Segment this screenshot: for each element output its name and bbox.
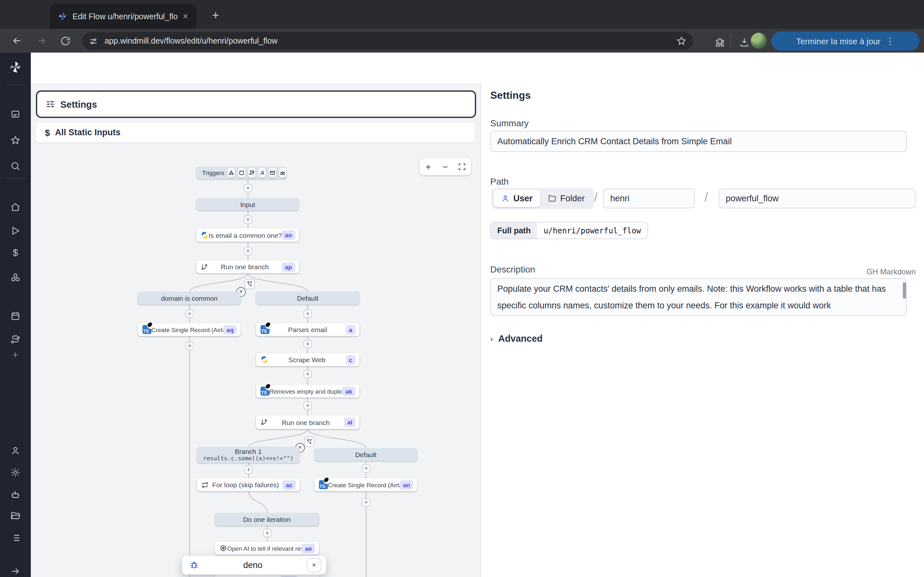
email-trigger-icon[interactable]	[269, 168, 276, 177]
node-run-one-branch-2[interactable]: Run one branch al	[256, 416, 359, 429]
step-id-badge: aq	[223, 325, 237, 334]
node-is-email-common[interactable]: Is email a common one? ao	[196, 228, 299, 242]
resources-cubes-icon[interactable]	[10, 272, 21, 283]
favorites-star-icon[interactable]	[10, 135, 21, 145]
add-step-icon[interactable]: +	[186, 309, 194, 318]
description-textarea[interactable]: Populate your CRM contacts' details from…	[490, 278, 907, 316]
zoom-in-icon[interactable]: +	[420, 158, 437, 175]
update-button-label: Terminer la mise à jour	[796, 36, 881, 46]
sidebar-divider	[5, 178, 26, 179]
workspace-kiosk-icon[interactable]	[10, 109, 21, 119]
do-one-iteration-node[interactable]: Do one iteration	[215, 513, 319, 526]
address-bar[interactable]: app.windmill.dev/flows/edit/u/henri/powe…	[82, 32, 693, 50]
forward-icon[interactable]	[32, 32, 50, 50]
profile-avatar[interactable]	[751, 33, 767, 49]
node-run-one-branch-1[interactable]: Run one branch ap	[196, 260, 299, 273]
add-step-icon[interactable]: +	[362, 464, 370, 472]
add-step-icon[interactable]: +	[263, 529, 271, 537]
add-step-icon[interactable]: +	[244, 215, 252, 224]
branch-default-2[interactable]: Default	[314, 448, 417, 461]
add-branch-icon[interactable]	[244, 279, 255, 289]
branch-domain-is-common[interactable]: domain is common	[138, 292, 241, 305]
node-open-ai-relevant[interactable]: Open AI to tell if relevant result ae	[215, 542, 319, 554]
zoom-out-icon[interactable]: −	[437, 158, 454, 175]
search-icon[interactable]	[10, 161, 21, 171]
triggers-label: Triggers	[202, 169, 224, 176]
add-step-icon[interactable]: +	[186, 342, 194, 350]
step-id-badge: an	[400, 480, 413, 490]
logs-list-icon[interactable]	[10, 533, 21, 543]
routes-icon[interactable]	[10, 335, 21, 345]
all-static-inputs-card[interactable]: $ All Static Inputs	[36, 122, 475, 142]
webhook-trigger-icon[interactable]	[228, 168, 234, 177]
path-owner-input[interactable]	[603, 189, 695, 208]
path-section-label: Path	[490, 176, 509, 187]
schedules-calendar-icon[interactable]	[10, 311, 21, 321]
websocket-trigger-icon[interactable]	[258, 168, 265, 177]
browser-menu-icon[interactable]: ⋮	[886, 36, 895, 46]
input-node[interactable]: Input	[196, 198, 299, 210]
close-popup-icon[interactable]: ×	[307, 558, 321, 572]
full-path-value: u/henri/powerful_flow	[537, 222, 647, 239]
poll-trigger-icon[interactable]	[279, 168, 286, 177]
branch-default-1[interactable]: Default	[256, 292, 359, 305]
app-sidebar: $ +	[0, 53, 31, 577]
windmill-logo[interactable]	[8, 60, 23, 74]
route-trigger-icon[interactable]	[248, 168, 255, 177]
node-removes-empty-duplicates[interactable]: TS Removes empty and duplicates ak	[256, 385, 359, 398]
sidebar-divider	[5, 85, 26, 85]
settings-gear-icon[interactable]	[10, 467, 21, 478]
home-icon[interactable]	[10, 202, 21, 212]
user-icon[interactable]	[10, 446, 21, 456]
reload-icon[interactable]	[57, 32, 74, 50]
node-parses-email[interactable]: TS Parses email a	[256, 323, 359, 336]
browser-tab-strip: Edit Flow u/henri/powerful_flo × +	[0, 0, 924, 29]
bookmark-star-icon[interactable]	[676, 36, 687, 46]
add-step-icon[interactable]: +	[304, 309, 312, 318]
node-for-loop[interactable]: For loop (skip failures) ac	[197, 478, 300, 491]
typescript-deno-icon: TS	[142, 325, 152, 334]
node-create-single-record-1[interactable]: TS Create Single Record (Airtable) aq	[138, 323, 241, 336]
description-label: Description	[490, 264, 535, 274]
summary-input[interactable]	[490, 131, 907, 152]
node-create-single-record-2[interactable]: TS Create Single Record (Airtable) an	[314, 478, 417, 491]
deno-debug-popup[interactable]: deno ×	[182, 556, 326, 574]
add-step-icon[interactable]: +	[304, 370, 312, 378]
add-branch-icon[interactable]	[304, 437, 314, 447]
owner-kind-toggle: User Folder	[491, 188, 594, 209]
settings-tab-card[interactable]: Settings	[36, 90, 476, 118]
add-step-icon[interactable]: +	[244, 184, 252, 192]
add-step-icon[interactable]: +	[304, 340, 312, 348]
schedule-trigger-icon[interactable]	[238, 168, 245, 177]
fullscreen-icon[interactable]	[454, 158, 471, 175]
toggle-user[interactable]: User	[493, 190, 540, 207]
expand-sidebar-icon[interactable]	[10, 566, 21, 576]
advanced-label: Advanced	[498, 334, 543, 343]
branch-1-node[interactable]: Branch 1 results.c.some((x)=>x!="")	[197, 447, 300, 463]
url-text[interactable]: app.windmill.dev/flows/edit/u/henri/powe…	[105, 37, 676, 45]
add-step-icon[interactable]: +	[362, 498, 370, 506]
openai-logo-icon	[220, 544, 227, 552]
node-scrape-web[interactable]: Scrape Web c	[256, 353, 359, 366]
browser-update-button[interactable]: Terminer la mise à jour ⋮	[771, 31, 919, 51]
browser-tab[interactable]: Edit Flow u/henri/powerful_flo ×	[50, 4, 196, 29]
add-step-icon[interactable]: +	[244, 247, 252, 255]
triggers-node[interactable]: Triggers	[196, 167, 286, 179]
add-step-icon[interactable]: +	[304, 401, 312, 410]
workers-robot-icon[interactable]	[10, 490, 21, 500]
toggle-folder[interactable]: Folder	[540, 190, 593, 207]
path-name-input[interactable]	[719, 189, 916, 208]
textarea-scrollbar[interactable]	[903, 282, 906, 299]
advanced-section-toggle[interactable]: › Advanced	[490, 334, 543, 343]
new-tab-button[interactable]: +	[207, 7, 225, 25]
add-step-icon[interactable]: +	[244, 466, 253, 474]
runs-play-icon[interactable]	[10, 226, 21, 236]
variables-dollar-icon[interactable]: $	[0, 247, 31, 258]
extensions-icon[interactable]	[711, 33, 729, 51]
site-controls-icon[interactable]	[89, 36, 98, 46]
tab-close-icon[interactable]: ×	[180, 11, 191, 22]
add-item-icon[interactable]: +	[0, 349, 31, 362]
back-icon[interactable]	[8, 32, 26, 50]
step-id-badge: ap	[282, 262, 295, 271]
folders-icon[interactable]	[10, 511, 21, 521]
